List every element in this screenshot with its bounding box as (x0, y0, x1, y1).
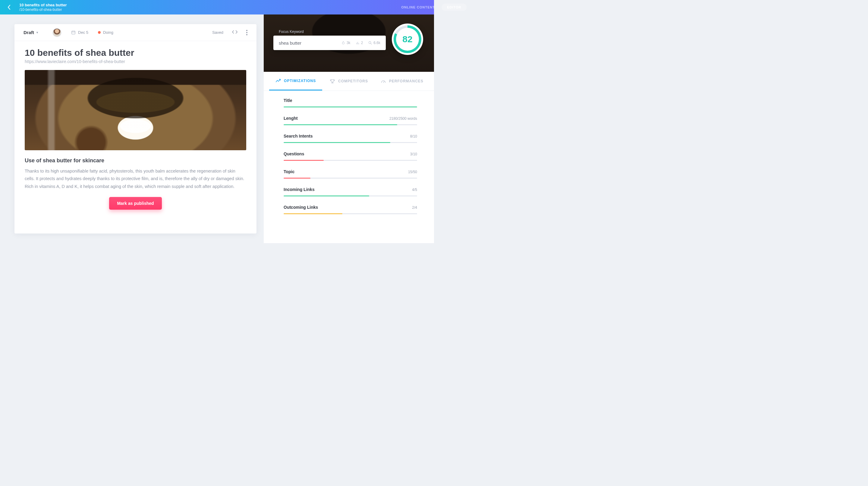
code-icon (232, 30, 238, 34)
article-title[interactable]: 10 benefits of shea butter (25, 48, 246, 58)
seo-hero: Focus Keyword shea butter 3k 2 6.6k (264, 15, 434, 72)
mark-as-published-button[interactable]: Mark as published (109, 197, 161, 210)
article-url[interactable]: https://www.lavieclaire.com/10-benefits-… (25, 59, 246, 64)
progress-bar-fill (284, 107, 417, 107)
article-featured-image[interactable] (25, 70, 246, 150)
optimization-label: Topic (284, 169, 294, 174)
article-body[interactable]: Thanks to its high unsaponifiable fatty … (25, 167, 246, 190)
optimization-value: 4/5 (412, 188, 417, 192)
focus-keyword-input[interactable]: shea butter 3k 2 6.6k (273, 36, 386, 50)
editor-body: 10 benefits of shea butter https://www.l… (14, 41, 256, 233)
header-title-block: 10 benefits of shea butter /10-benefits-… (19, 3, 67, 12)
progress-bar-fill (284, 213, 342, 214)
optimization-row[interactable]: Search Intents8/10 (284, 134, 417, 143)
saved-indicator: Saved (212, 30, 223, 35)
optimization-label: Questions (284, 151, 304, 156)
optimization-value: 2/4 (412, 205, 417, 210)
page-title: 10 benefits of shea butter (19, 3, 67, 7)
tab-optimizations[interactable]: OPTIMIZATIONS (269, 72, 322, 90)
seo-score: 82 (392, 24, 423, 55)
progress-bar-fill (284, 178, 310, 179)
page-slug: /10-benefits-of-shea-butter (19, 7, 67, 12)
keyword-stats: 3k 2 6.6k (341, 41, 380, 45)
progress-bar-fill (284, 196, 369, 196)
optimization-label: Lenght (284, 116, 298, 121)
progress-bar (284, 142, 417, 143)
progress-bar (284, 213, 417, 214)
optimization-row[interactable]: Questions3/10 (284, 151, 417, 161)
article-subtitle[interactable]: Use of shea butter for skincare (25, 158, 246, 164)
optimization-row[interactable]: Topic15/50 (284, 169, 417, 179)
progress-bar (284, 107, 417, 107)
focus-keyword-label: Focus Keyword (279, 30, 304, 34)
chevron-down-icon: ▾ (36, 31, 38, 34)
editor-card: Draft ▾ Dec 5 Doing Saved (14, 24, 256, 233)
code-view-button[interactable] (232, 30, 238, 35)
progress-bar-fill (284, 160, 324, 161)
optimization-label: Incoming Links (284, 187, 315, 192)
top-header: 10 benefits of shea butter /10-benefits-… (0, 0, 434, 15)
search-icon (368, 41, 372, 45)
calendar-icon (71, 30, 76, 35)
svg-rect-0 (72, 31, 75, 34)
progress-bar-fill (284, 124, 397, 125)
optimizations-list: TitleLenght2180/2500 wordsSearch Intents… (264, 91, 434, 226)
back-button[interactable] (5, 3, 13, 11)
optimization-value: 15/50 (408, 170, 417, 174)
keyword-stat-search: 6.6k (368, 41, 380, 45)
tab-competitors[interactable]: COMPETITORS (322, 72, 375, 90)
seo-tabs: OPTIMIZATIONS COMPETITORS PERFORMANCES (264, 72, 434, 91)
gauge-icon (381, 79, 386, 84)
optimization-value: 2180/2500 words (390, 116, 417, 121)
optimization-row[interactable]: Title (284, 98, 417, 107)
avatar[interactable] (53, 28, 61, 37)
focus-keyword-value: shea butter (279, 40, 341, 46)
bar-chart-icon (356, 41, 360, 45)
optimization-label: Title (284, 98, 292, 103)
optimization-value: 8/10 (410, 134, 417, 139)
optimization-row[interactable]: Outcoming Links2/4 (284, 205, 417, 214)
flame-icon (341, 41, 345, 45)
optimization-label: Search Intents (284, 134, 313, 139)
header-tabs: ONLINE CONTENT EDITOR (401, 4, 434, 11)
status-dropdown[interactable]: Draft ▾ (24, 30, 38, 35)
tab-online-content[interactable]: ONLINE CONTENT (401, 4, 434, 11)
seo-panel: Focus Keyword shea butter 3k 2 6.6k (264, 15, 434, 243)
date-selector[interactable]: Dec 5 (71, 30, 88, 35)
progress-bar (284, 160, 417, 161)
date-label: Dec 5 (78, 30, 88, 35)
progress-bar-fill (284, 142, 390, 143)
progress-bar (284, 196, 417, 196)
chevron-left-icon (7, 4, 11, 10)
optimization-row[interactable]: Incoming Links4/5 (284, 187, 417, 196)
more-menu-button[interactable] (246, 30, 247, 35)
optimization-label: Outcoming Links (284, 205, 318, 210)
optimization-row[interactable]: Lenght2180/2500 words (284, 116, 417, 125)
workflow-status[interactable]: Doing (98, 30, 113, 35)
progress-bar (284, 178, 417, 179)
editor-pane: Draft ▾ Dec 5 Doing Saved (0, 15, 264, 243)
trophy-icon (330, 79, 335, 84)
dots-vertical-icon (246, 30, 247, 31)
optimization-value: 3/10 (410, 152, 417, 156)
workflow-status-label: Doing (103, 30, 113, 35)
tab-performances[interactable]: PERFORMANCES (375, 72, 429, 90)
keyword-stat-rank: 2 (356, 41, 363, 45)
line-chart-icon (276, 79, 281, 83)
status-dropdown-label: Draft (24, 30, 34, 35)
status-dot-icon (98, 31, 101, 34)
keyword-stat-trend: 3k (341, 41, 350, 45)
seo-score-value: 82 (402, 34, 412, 44)
progress-bar (284, 124, 417, 125)
editor-toolbar: Draft ▾ Dec 5 Doing Saved (14, 24, 256, 41)
